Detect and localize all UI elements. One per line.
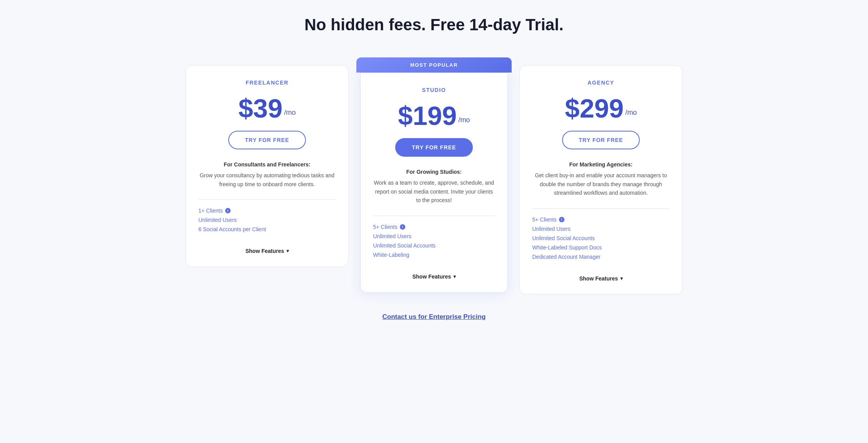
price-row-agency: $299/mo xyxy=(532,95,670,121)
show-features-button-agency[interactable]: Show Features▾ xyxy=(532,272,670,282)
divider-studio xyxy=(373,216,495,216)
divider-agency xyxy=(532,208,670,209)
cta-button-studio[interactable]: TRY FOR FREE xyxy=(395,138,473,157)
feature-item: White-Labeling xyxy=(373,252,495,258)
price-amount-studio: $199 xyxy=(398,102,457,129)
plan-name-studio: STUDIO xyxy=(373,87,495,93)
feature-item: Unlimited Social Accounts xyxy=(532,235,670,241)
pricing-card-freelancer: FREELANCER$39/moTRY FOR FREEFor Consulta… xyxy=(186,65,349,267)
popular-badge: MOST POPULAR xyxy=(356,57,512,73)
plan-desc-heading-studio: For Growing Studios: xyxy=(373,168,495,176)
show-features-button-freelancer[interactable]: Show Features▾ xyxy=(198,245,336,254)
show-features-label-freelancer: Show Features xyxy=(245,248,284,254)
price-period-studio: /mo xyxy=(458,116,470,124)
plan-name-freelancer: FREELANCER xyxy=(198,80,336,86)
feature-item: 6 Social Accounts per Client xyxy=(198,226,336,232)
plan-name-agency: AGENCY xyxy=(532,80,670,86)
show-features-label-studio: Show Features xyxy=(412,273,451,280)
chevron-down-icon: ▾ xyxy=(453,274,456,279)
info-icon[interactable]: i xyxy=(559,217,564,222)
price-amount-freelancer: $39 xyxy=(238,95,282,121)
price-amount-agency: $299 xyxy=(565,95,623,121)
chevron-down-icon: ▾ xyxy=(620,276,623,281)
features-list-studio: 5+ Clients iUnlimited Users Unlimited So… xyxy=(373,224,495,261)
feature-item: 1+ Clients i xyxy=(198,208,336,214)
feature-item: Unlimited Users xyxy=(373,233,495,239)
plan-desc-heading-freelancer: For Consultants and Freelancers: xyxy=(198,160,336,169)
feature-item: Unlimited Users xyxy=(532,226,670,232)
popular-wrap: MOST POPULARSTUDIO$199/moTRY FOR FREEFor… xyxy=(356,57,512,292)
feature-item: Dedicated Account Manager xyxy=(532,254,670,260)
plan-description-studio: For Growing Studios:Work as a team to cr… xyxy=(373,168,495,205)
pricing-card-studio: STUDIO$199/moTRY FOR FREEFor Growing Stu… xyxy=(360,73,508,292)
price-period-freelancer: /mo xyxy=(284,109,296,117)
plan-description-agency: For Marketing Agencies:Get client buy-in… xyxy=(532,160,670,197)
chevron-down-icon: ▾ xyxy=(286,248,289,254)
plan-description-freelancer: For Consultants and Freelancers:Grow you… xyxy=(198,160,336,189)
page-title: No hidden fees. Free 14-day Trial. xyxy=(304,16,564,34)
feature-item: Unlimited Users xyxy=(198,217,336,223)
enterprise-pricing-link[interactable]: Contact us for Enterprise Pricing xyxy=(382,313,486,320)
divider-freelancer xyxy=(198,199,336,200)
plan-desc-heading-agency: For Marketing Agencies: xyxy=(532,160,670,169)
features-list-agency: 5+ Clients iUnlimited Users Unlimited So… xyxy=(532,216,670,263)
feature-item: White-Labeled Support Docs xyxy=(532,244,670,251)
pricing-card-agency: AGENCY$299/moTRY FOR FREEFor Marketing A… xyxy=(519,65,682,294)
enterprise-section: Contact us for Enterprise Pricing xyxy=(382,313,486,321)
feature-item: 5+ Clients i xyxy=(373,224,495,230)
show-features-label-agency: Show Features xyxy=(579,275,618,282)
info-icon[interactable]: i xyxy=(400,224,405,230)
price-row-freelancer: $39/mo xyxy=(198,95,336,121)
features-list-freelancer: 1+ Clients iUnlimited Users 6 Social Acc… xyxy=(198,208,336,235)
price-row-studio: $199/mo xyxy=(373,102,495,129)
feature-item: Unlimited Social Accounts xyxy=(373,242,495,249)
feature-item: 5+ Clients i xyxy=(532,216,670,223)
info-icon[interactable]: i xyxy=(225,208,231,213)
pricing-cards-container: FREELANCER$39/moTRY FOR FREEFor Consulta… xyxy=(182,57,686,294)
cta-button-freelancer[interactable]: TRY FOR FREE xyxy=(228,131,306,149)
show-features-button-studio[interactable]: Show Features▾ xyxy=(373,270,495,280)
cta-button-agency[interactable]: TRY FOR FREE xyxy=(562,131,640,149)
price-period-agency: /mo xyxy=(625,109,637,117)
